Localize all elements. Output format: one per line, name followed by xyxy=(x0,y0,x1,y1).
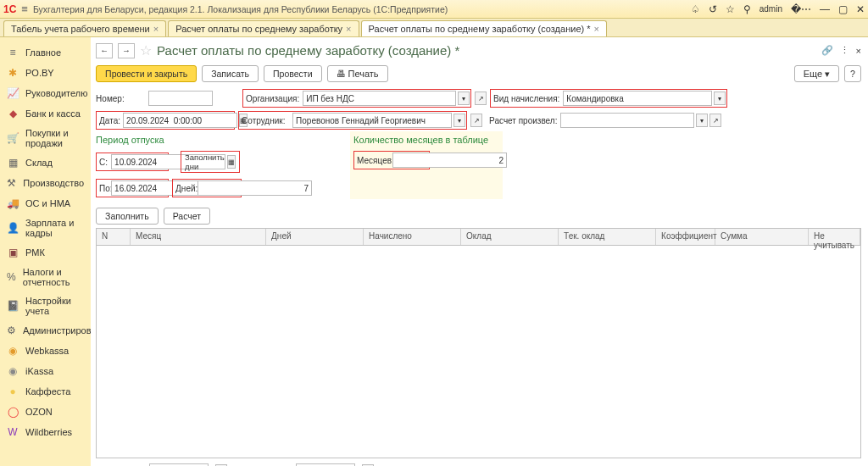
col-sum[interactable]: Сумма xyxy=(715,229,809,245)
calcby-open-icon[interactable]: ↗ xyxy=(709,114,721,127)
date-field[interactable] xyxy=(123,113,237,128)
sidebar-icon: ◉ xyxy=(7,365,19,377)
tab-label: Расчет оплаты по среднему заработку (соз… xyxy=(369,24,591,34)
number-field[interactable] xyxy=(148,91,213,106)
table-fill-button[interactable]: Заполнить xyxy=(96,208,159,225)
sidebar-item[interactable]: ▦Склад xyxy=(0,153,91,173)
print-button[interactable]: 🖶 Печать xyxy=(327,65,388,82)
sidebar-label: Каффеста xyxy=(25,386,70,397)
tab-2[interactable]: Расчет оплаты по среднему заработку (соз… xyxy=(361,20,607,36)
sidebar-icon: 📓 xyxy=(7,300,19,312)
user-label[interactable]: admin xyxy=(760,4,782,14)
sidebar-item[interactable]: ▣РМК xyxy=(0,242,91,263)
months-field[interactable] xyxy=(392,153,507,168)
sidebar-item[interactable]: 👤Зарплата и кадры xyxy=(0,214,91,242)
fill-days-button[interactable]: Заполнить дни xyxy=(182,153,238,171)
type-field[interactable] xyxy=(563,91,712,106)
data-grid[interactable]: N Месяц Дней Начислено Оклад Тек. оклад … xyxy=(96,228,861,458)
sidebar: ≡Главное✱PO.BY📈Руководителю◆Банк и касса… xyxy=(0,37,91,466)
link-icon[interactable]: 🔗 xyxy=(821,45,833,56)
sidebar-label: Wildberries xyxy=(25,427,72,437)
search-icon[interactable]: ⚲ xyxy=(743,3,751,15)
col-days[interactable]: Дней xyxy=(266,229,364,245)
sidebar-icon: ≡ xyxy=(7,47,19,58)
grid-body[interactable] xyxy=(97,246,860,458)
back-button[interactable]: ← xyxy=(96,43,113,58)
period-section-label: Период отпуска xyxy=(96,131,342,147)
tab-label: Расчет оплаты по среднему заработку xyxy=(175,24,342,34)
sidebar-item[interactable]: ≡Главное xyxy=(0,42,91,63)
col-exclude[interactable]: Не учитывать xyxy=(809,229,860,245)
tab-close-icon[interactable]: × xyxy=(153,24,159,34)
sidebar-item[interactable]: ●Каффеста xyxy=(0,381,91,402)
col-salary[interactable]: Оклад xyxy=(461,229,559,245)
col-month[interactable]: Месяц xyxy=(131,229,266,245)
sidebar-icon: 🛒 xyxy=(7,132,19,144)
maximize-icon[interactable]: ▢ xyxy=(838,3,848,15)
sidebar-item[interactable]: WWildberries xyxy=(0,422,91,442)
close-icon[interactable]: ✕ xyxy=(856,3,865,15)
sidebar-item[interactable]: ◯OZON xyxy=(0,402,91,422)
tab-close-icon[interactable]: × xyxy=(594,24,599,34)
col-coef[interactable]: Коэффициент xyxy=(656,229,715,245)
sidebar-item[interactable]: 🚚ОС и НМА xyxy=(0,193,91,214)
table-calc-button[interactable]: Расчет xyxy=(164,208,210,225)
emp-select-icon[interactable]: ▾ xyxy=(453,114,465,127)
minimize-icon[interactable]: — xyxy=(820,3,830,15)
post-close-button[interactable]: Провести и закрыть xyxy=(96,65,197,82)
history-icon[interactable]: ↺ xyxy=(709,3,717,15)
favorite-star-icon[interactable]: ☆ xyxy=(140,42,152,58)
tab-label: Табель учета рабочего времени xyxy=(11,24,150,34)
sidebar-icon: ⚒ xyxy=(7,177,16,189)
sidebar-item[interactable]: %Налоги и отчетность xyxy=(0,263,91,291)
tab-1[interactable]: Расчет оплаты по среднему заработку× xyxy=(168,20,359,36)
forward-button[interactable]: → xyxy=(118,43,135,58)
org-field[interactable] xyxy=(303,91,456,106)
col-cur-salary[interactable]: Тек. оклад xyxy=(559,229,656,245)
sidebar-item[interactable]: ✱PO.BY xyxy=(0,63,91,83)
print-label: Печать xyxy=(348,69,379,79)
more-button[interactable]: Еще ▾ xyxy=(794,65,839,82)
emp-open-icon[interactable]: ↗ xyxy=(470,114,482,127)
calcby-field[interactable] xyxy=(560,113,694,128)
days-field[interactable] xyxy=(198,180,312,196)
sidebar-label: Настройки учета xyxy=(25,296,84,316)
sidebar-item[interactable]: ◉iKassa xyxy=(0,361,91,381)
favorite-icon[interactable]: ☆ xyxy=(726,3,735,15)
col-accrued[interactable]: Начислено xyxy=(364,229,461,245)
sidebar-icon: % xyxy=(7,271,16,283)
save-button[interactable]: Записать xyxy=(202,65,259,82)
tab-close-icon[interactable]: × xyxy=(346,24,351,34)
notification-icon[interactable]: ♤ xyxy=(691,3,700,15)
sidebar-item[interactable]: 📓Настройки учета xyxy=(0,291,91,320)
org-select-icon[interactable]: ▾ xyxy=(458,92,470,105)
type-select-icon[interactable]: ▾ xyxy=(714,92,726,105)
app-title: Бухгалтерия для Беларуси, редакция 2.1. … xyxy=(33,4,686,14)
emp-field[interactable] xyxy=(292,113,452,128)
command-bar: Провести и закрыть Записать Провести 🖶 П… xyxy=(96,64,861,87)
window-menu-icon[interactable]: ⋮ xyxy=(840,45,849,56)
sidebar-label: Банк и касса xyxy=(25,108,81,119)
help-button[interactable]: ? xyxy=(844,65,861,82)
tab-0[interactable]: Табель учета рабочего времени× xyxy=(3,20,166,36)
post-button[interactable]: Провести xyxy=(264,65,321,82)
sidebar-icon: W xyxy=(7,426,19,438)
close-form-icon[interactable]: × xyxy=(856,46,861,56)
date-label: Дата: xyxy=(97,116,121,125)
sidebar-item[interactable]: ◆Банк и касса xyxy=(0,103,91,124)
sidebar-item[interactable]: 🛒Покупки и продажи xyxy=(0,124,91,153)
settings-icon[interactable]: �⋯ xyxy=(791,3,811,15)
system-icons: ♤ ↺ ☆ ⚲ admin �⋯ — ▢ ✕ xyxy=(691,3,865,15)
sidebar-item[interactable]: ⚒Производство xyxy=(0,173,91,193)
sidebar-label: PO.BY xyxy=(25,68,54,78)
sidebar-item[interactable]: ⚙Администрирование xyxy=(0,320,91,341)
number-label: Номер: xyxy=(96,94,145,103)
calcby-select-icon[interactable]: ▾ xyxy=(696,114,708,127)
sidebar-label: РМК xyxy=(25,247,45,258)
sidebar-item[interactable]: 📈Руководителю xyxy=(0,83,91,103)
print-icon: 🖶 xyxy=(337,69,348,79)
main-menu-icon[interactable]: ≡ xyxy=(21,3,28,15)
col-n[interactable]: N xyxy=(97,229,131,245)
org-open-icon[interactable]: ↗ xyxy=(475,92,487,105)
sidebar-item[interactable]: ◉Webkassa xyxy=(0,341,91,361)
